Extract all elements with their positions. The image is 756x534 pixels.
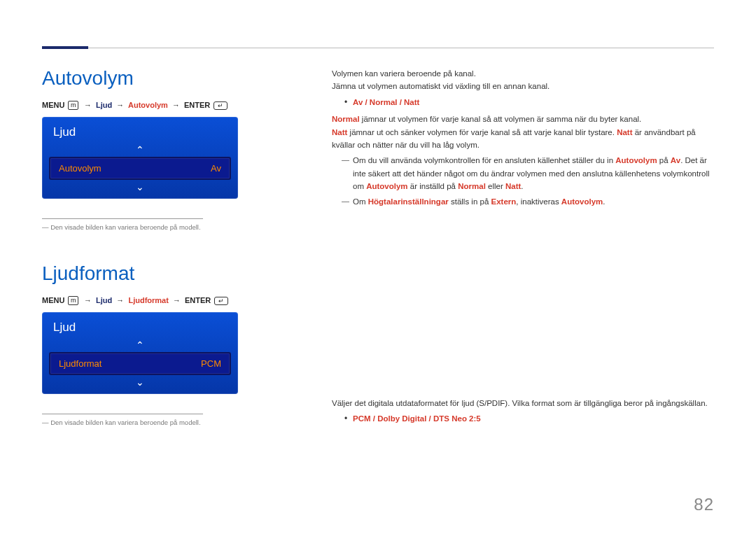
enter-icon: ↵: [214, 297, 228, 305]
divider: [42, 218, 203, 219]
body-line: Volymen kan variera beroende på kanal.: [332, 67, 714, 80]
osd-panel-ljudformat: Ljud ⌃ Ljudformat PCM ⌄: [42, 312, 238, 394]
manual-page: Autovolym MENU m → Ljud → Autovolym → EN…: [0, 0, 756, 534]
body-line: Jämna ut volymen automatiskt vid växling…: [332, 80, 714, 92]
option-line: Av / Normal / Natt: [332, 96, 714, 108]
body-line: Väljer det digitala utdataformatet för l…: [332, 397, 714, 409]
menu-label: MENU: [42, 101, 64, 109]
arrow-icon: →: [173, 296, 181, 304]
menu-path-ljudformat: MENU m → Ljud → Ljudformat → ENTER ↵: [42, 296, 294, 305]
osd-title: Ljud: [42, 117, 238, 143]
divider: [42, 414, 203, 414]
menu-icon: m: [68, 101, 78, 110]
menu-label: MENU: [42, 296, 64, 304]
option-values: Av / Normal / Natt: [353, 98, 419, 106]
enter-label: ENTER: [184, 101, 210, 109]
arrow-icon: →: [84, 296, 92, 304]
top-rule-accent: [42, 46, 88, 49]
osd-title: Ljud: [42, 312, 238, 339]
osd-item-value: PCM: [201, 358, 221, 369]
osd-row-ljudformat[interactable]: Ljudformat PCM: [49, 352, 231, 375]
note-2: Om Högtalarinställningar ställs in på Ex…: [332, 195, 714, 208]
image-disclaimer: ― Den visade bilden kan variera beroende…: [42, 419, 294, 426]
option-line: PCM / Dolby Digital / DTS Neo 2:5: [332, 412, 714, 425]
section2-body: Väljer det digitala utdataformatet för l…: [332, 397, 714, 426]
image-disclaimer: ― Den visade bilden kan variera beroende…: [42, 223, 294, 231]
chevron-down-icon[interactable]: ⌄: [136, 377, 144, 387]
heading-autovolym: Autovolym: [42, 67, 294, 90]
osd-item-label: Autovolym: [59, 163, 102, 174]
enter-icon: ↵: [214, 101, 227, 110]
path-step-autovolym: Autovolym: [128, 101, 168, 109]
arrow-icon: →: [116, 296, 124, 304]
heading-ljudformat: Ljudformat: [42, 262, 294, 285]
section-autovolym: Autovolym MENU m → Ljud → Autovolym → EN…: [42, 67, 294, 231]
path-step-ljudformat: Ljudformat: [128, 296, 168, 304]
natt-desc: Natt jämnar ut och sänker volymen för va…: [332, 126, 714, 152]
chevron-up-icon[interactable]: ⌃: [136, 145, 144, 155]
top-rule: [42, 48, 714, 48]
section1-body: Volymen kan variera beroende på kanal. J…: [332, 67, 714, 208]
osd-item-value: Av: [211, 163, 221, 174]
right-column: Volymen kan variera beroende på kanal. J…: [332, 67, 714, 437]
chevron-up-icon[interactable]: ⌃: [136, 340, 144, 350]
chevron-down-icon[interactable]: ⌄: [136, 182, 144, 192]
left-column: Autovolym MENU m → Ljud → Autovolym → EN…: [42, 67, 294, 437]
arrow-icon: →: [84, 101, 92, 109]
menu-path-autovolym: MENU m → Ljud → Autovolym → ENTER ↵: [42, 101, 294, 110]
osd-row-autovolym[interactable]: Autovolym Av: [49, 157, 231, 180]
enter-label: ENTER: [185, 296, 211, 304]
section-ljudformat: Ljudformat MENU m → Ljud → Ljudformat → …: [42, 262, 294, 426]
note-1: Om du vill använda volymkontrollen för e…: [332, 154, 714, 192]
path-step-ljud: Ljud: [96, 296, 112, 304]
path-step-ljud: Ljud: [96, 101, 112, 109]
menu-icon: m: [68, 296, 78, 305]
osd-item-label: Ljudformat: [59, 358, 102, 369]
normal-desc: Normal jämnar ut volymen för varje kanal…: [332, 113, 714, 125]
osd-panel-autovolym: Ljud ⌃ Autovolym Av ⌄: [42, 117, 238, 199]
option-values: PCM / Dolby Digital / DTS Neo 2:5: [353, 414, 481, 423]
page-number: 82: [694, 495, 714, 514]
arrow-icon: →: [172, 101, 180, 109]
arrow-icon: →: [116, 101, 124, 109]
